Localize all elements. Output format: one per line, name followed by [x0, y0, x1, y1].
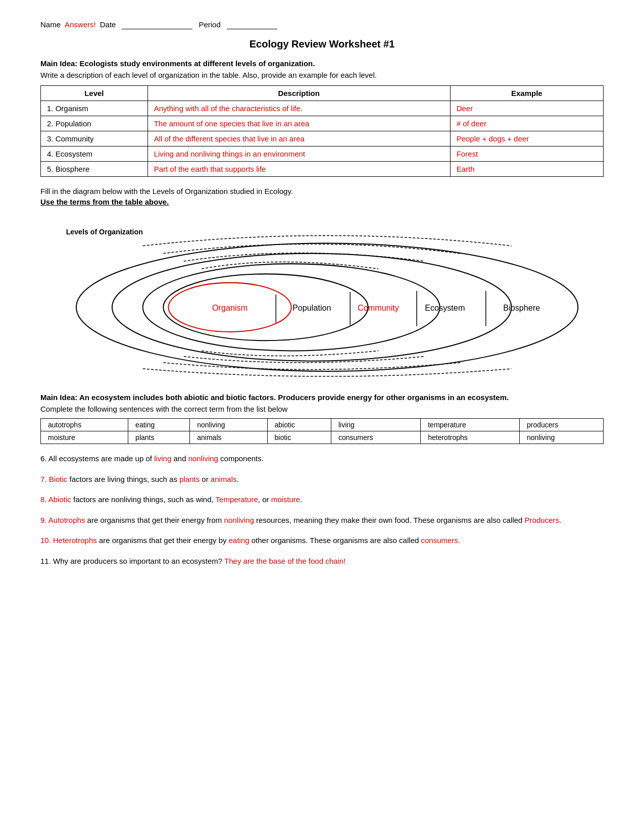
name-label: Name: [40, 20, 61, 29]
sentence-11-answer: They are the base of the food chain!: [224, 557, 345, 565]
sentence-9: 9. Autotrophs are organisms that get the…: [40, 515, 604, 526]
table-row: 3. Community All of the different specie…: [41, 131, 604, 146]
diagram-svg: Levels of Organization Organism Populati…: [40, 216, 604, 378]
sentence-11: 11. Why are producers so important to an…: [40, 556, 604, 567]
date-label: Date: [100, 20, 116, 29]
table-row: 1. Organism Anything with all of the cha…: [41, 101, 604, 116]
word-bank-row1: autotrophs eating nonliving abiotic livi…: [41, 419, 604, 431]
svg-text:Organism: Organism: [212, 303, 247, 312]
sentence-6-and: and: [171, 454, 188, 463]
sentence-6: 6. All ecosystems are made up of living …: [40, 453, 604, 465]
col-example: Example: [450, 86, 603, 101]
answers-label: Answers!: [65, 20, 96, 29]
sentence-10-heterotrophs: 10. Heterotrophs: [40, 536, 97, 545]
period-field[interactable]: [227, 20, 277, 29]
sentence-11-text: 11. Why are producers so important to an…: [40, 557, 224, 565]
word-bank-table: autotrophs eating nonliving abiotic livi…: [40, 418, 604, 444]
sentence-8-moisture: moisture: [271, 495, 301, 504]
svg-point-4: [163, 274, 368, 340]
page-title: Ecology Review Worksheet #1: [40, 38, 604, 50]
level-4: 4. Ecosystem: [41, 146, 148, 162]
section1-instruction: Write a description of each level of org…: [40, 71, 604, 79]
fill-instruction-bold: Use the terms from the table above.: [40, 198, 604, 206]
svg-text:Ecosystem: Ecosystem: [425, 303, 465, 312]
word-bank-row2: moisture plants animals biotic consumers…: [41, 431, 604, 444]
table-row: 5. Biosphere Part of the earth that supp…: [41, 162, 604, 177]
sentence-7-biotic: 7. Biotic: [40, 475, 67, 483]
period-label: Period: [199, 20, 220, 29]
example-4: Forest: [450, 146, 603, 162]
header: Name Answers! Date Period: [40, 20, 604, 29]
sentence-10-eating: eating: [229, 536, 250, 545]
example-3: People + dogs + deer: [450, 131, 603, 146]
sentence-10: 10. Heterotrophs are organisms that get …: [40, 535, 604, 547]
sentence-6-living: living: [154, 454, 171, 463]
sentence-7-animals: animals: [211, 475, 237, 483]
example-5: Earth: [450, 162, 603, 177]
desc-4: Living and nonliving things in an enviro…: [147, 146, 450, 162]
svg-text:Population: Population: [292, 303, 331, 312]
sentence-8-temp: Temperature: [216, 495, 258, 504]
example-1: Deer: [450, 101, 603, 116]
sentence-7-plants: plants: [179, 475, 200, 483]
sentence-9-nonliving: nonliving: [224, 516, 254, 524]
fill-instruction: Fill in the diagram below with the Level…: [40, 187, 604, 195]
level-5: 5. Biosphere: [41, 162, 148, 177]
level-1: 1. Organism: [41, 101, 148, 116]
col-level: Level: [41, 86, 148, 101]
svg-text:Community: Community: [358, 303, 400, 312]
desc-1: Anything with all of the characteristics…: [147, 101, 450, 116]
sentence-8: 8. Abiotic factors are nonliving things,…: [40, 494, 604, 506]
sentence-7: 7. Biotic factors are living things, suc…: [40, 474, 604, 485]
level-2: 2. Population: [41, 116, 148, 131]
svg-text:Biosphere: Biosphere: [503, 303, 540, 312]
table-row: 2. Population The amount of one species …: [41, 116, 604, 131]
section1-main-idea: Main Idea: Ecologists study environments…: [40, 59, 604, 68]
complete-instruction: Complete the following sentences with th…: [40, 405, 604, 413]
diagram-container: Levels of Organization Organism Populati…: [40, 216, 604, 378]
level-3: 3. Community: [41, 131, 148, 146]
desc-2: The amount of one species that live in a…: [147, 116, 450, 131]
section2-main-idea: Main Idea: An ecosystem includes both ab…: [40, 393, 604, 402]
sentence-9-producers: Producers: [525, 516, 559, 524]
desc-5: Part of the earth that supports life: [147, 162, 450, 177]
sentence-8-abiotic: 8. Abiotic: [40, 495, 71, 504]
date-field[interactable]: [122, 20, 192, 29]
org-table: Level Description Example 1. Organism An…: [40, 85, 604, 177]
svg-text:Levels of Organization: Levels of Organization: [66, 228, 143, 236]
sentence-6-num: 6. All ecosystems are made up of: [40, 454, 154, 463]
sentence-6-nonliving: nonliving: [188, 454, 218, 463]
example-2: # of deer: [450, 116, 603, 131]
sentence-9-autotrophs: 9. Autotrophs: [40, 516, 85, 524]
col-description: Description: [147, 86, 450, 101]
sentence-10-consumers: consumers: [421, 536, 458, 545]
desc-3: All of the different species that live i…: [147, 131, 450, 146]
table-row: 4. Ecosystem Living and nonliving things…: [41, 146, 604, 162]
